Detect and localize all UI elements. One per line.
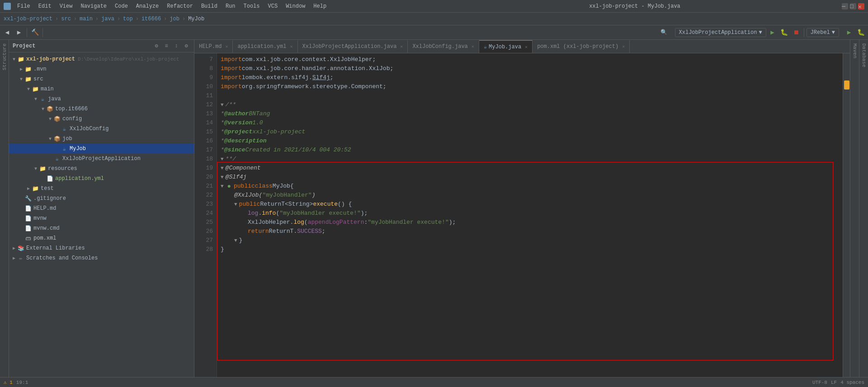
menu-navigate[interactable]: Navigate xyxy=(77,2,110,10)
tree-label-application-yml: application.yml xyxy=(55,175,104,182)
breadcrumb-java[interactable]: java xyxy=(101,16,114,22)
stop-button[interactable]: ⏹ xyxy=(791,27,802,38)
jrebel-debug-button[interactable]: 🐛 xyxy=(855,27,866,38)
breadcrumb-main[interactable]: main xyxy=(80,16,93,22)
menu-window[interactable]: Window xyxy=(282,2,309,10)
menu-build[interactable]: Build xyxy=(198,2,221,10)
code-editor[interactable]: 7 8 9 10 11 12 13 14 15 16 17 18 19 20 2… xyxy=(194,53,850,377)
fold-marker-20[interactable]: ▼ xyxy=(221,173,224,182)
tab-MyJob-close[interactable]: ✕ xyxy=(525,44,528,50)
tree-item-XxlJobProjectApplication[interactable]: ▶ ☕ XxlJobProjectApplication xyxy=(9,154,194,164)
tab-help[interactable]: HELP.md ✕ xyxy=(194,40,233,53)
tree-item-scratches[interactable]: ▶ ✏ Scratches and Consoles xyxy=(9,253,194,263)
fold-marker-27[interactable]: ▼ xyxy=(234,236,237,245)
breadcrumb-job[interactable]: job xyxy=(170,16,179,22)
tree-item-resources[interactable]: ▼ 📁 resources xyxy=(9,164,194,174)
tree-label-mvnw-cmd: mvnw.cmd xyxy=(33,225,60,231)
warning-count[interactable]: ⚠ 1 xyxy=(4,379,13,385)
tab-pom-close[interactable]: ✕ xyxy=(622,44,625,49)
menu-file[interactable]: File xyxy=(14,2,34,10)
tree-label-MyJob: MyJob xyxy=(70,146,86,152)
fold-marker-12[interactable]: ▼ xyxy=(221,100,224,109)
sidebar-sort-icon[interactable]: ↕ xyxy=(172,42,180,50)
search-everywhere-icon[interactable]: 🔍 xyxy=(659,27,670,38)
tree-item-mvnw-cmd[interactable]: ▶ 📄 mvnw.cmd xyxy=(9,223,194,233)
tree-item-src[interactable]: ▼ 📁 src xyxy=(9,74,194,84)
sidebar-collapse-icon[interactable]: ≡ xyxy=(162,42,170,50)
encoding-indicator[interactable]: UTF-8 xyxy=(812,380,827,385)
tree-path-project: D:\Develop\IdeaPro\xxl-job-project xyxy=(78,57,179,62)
tree-item-help[interactable]: ▶ 📄 HELP.md xyxy=(9,203,194,213)
sidebar-gear-icon[interactable]: ⚙ xyxy=(182,42,190,50)
run-config-selector[interactable]: XxlJobProjectApplication ▼ xyxy=(675,28,766,37)
close-button[interactable]: ✕ xyxy=(858,3,864,9)
menu-run[interactable]: Run xyxy=(222,2,239,10)
menu-vcs[interactable]: VCS xyxy=(264,2,282,10)
tree-item-gitignore[interactable]: ▶ 🔧 .gitignore xyxy=(9,194,194,203)
menu-edit[interactable]: Edit xyxy=(35,2,55,10)
line-num-20: 20 xyxy=(194,173,213,182)
fold-marker-23[interactable]: ▼ xyxy=(234,200,237,209)
menu-help[interactable]: Help xyxy=(310,2,330,10)
tree-item-project[interactable]: ▼ 📁 xxl-job-project D:\Develop\IdeaPro\x… xyxy=(9,54,194,64)
tree-item-java[interactable]: ▼ ☕ java xyxy=(9,94,194,104)
breadcrumb-top[interactable]: top xyxy=(123,16,133,22)
breadcrumb-it6666[interactable]: it6666 xyxy=(142,16,161,22)
tree-item-main[interactable]: ▼ 📁 main xyxy=(9,84,194,94)
fold-marker-21[interactable]: ▼ xyxy=(221,182,224,191)
code-line-19: ▼ @Component xyxy=(221,164,839,173)
debug-button[interactable]: 🐛 xyxy=(779,27,790,38)
jrebel-run-button[interactable]: ▶ xyxy=(844,27,854,38)
tab-XxlJobConfig[interactable]: XxlJobConfig.java ✕ xyxy=(408,40,479,53)
menu-code[interactable]: Code xyxy=(111,2,132,10)
tab-MyJob-icon: ☕ xyxy=(484,43,487,50)
line-ending-indicator[interactable]: LF xyxy=(831,380,837,385)
sidebar-settings-icon[interactable]: ⚙ xyxy=(152,42,160,50)
tab-XxlJobProjectApplication[interactable]: XxlJobProjectApplication.java ✕ xyxy=(298,40,408,53)
tab-XxlJobProjectApplication-close[interactable]: ✕ xyxy=(400,44,403,49)
database-label[interactable]: Database xyxy=(861,43,867,67)
menu-view[interactable]: View xyxy=(56,2,76,10)
tree-item-MyJob[interactable]: ▶ ☕ MyJob xyxy=(9,144,194,154)
tree-item-mvnw[interactable]: ▶ 📄 mvnw xyxy=(9,213,194,223)
tree-item-application-yml[interactable]: ▶ 📄 application.yml xyxy=(9,174,194,184)
tab-help-close[interactable]: ✕ xyxy=(225,44,228,49)
maximize-button[interactable]: □ xyxy=(850,3,856,9)
fold-marker-19[interactable]: ▼ xyxy=(221,164,224,173)
minimize-button[interactable]: ─ xyxy=(842,3,848,9)
tab-XxlJobConfig-close[interactable]: ✕ xyxy=(472,44,474,49)
tree-item-top[interactable]: ▼ 📦 top.it6666 xyxy=(9,104,194,114)
tree-item-external-libs[interactable]: ▶ 📚 External Libraries xyxy=(9,243,194,253)
line-col-indicator[interactable]: 19:1 xyxy=(16,380,28,385)
tree-item-job[interactable]: ▼ 📦 job xyxy=(9,134,194,144)
tree-item-XxlJobConfig[interactable]: ▶ ☕ XxlJobConfig xyxy=(9,124,194,134)
run-button[interactable]: ▶ xyxy=(767,27,778,38)
structure-label[interactable]: Structure xyxy=(2,43,7,70)
breadcrumb-project[interactable]: xxl-job-project xyxy=(4,16,52,22)
menu-tools[interactable]: Tools xyxy=(240,2,264,10)
menu-refactor[interactable]: Refactor xyxy=(163,2,197,10)
indent-indicator[interactable]: 4 spaces xyxy=(840,380,864,385)
breadcrumb-src[interactable]: src xyxy=(61,16,71,22)
tree-label-mvnw: mvnw xyxy=(33,215,47,222)
warning-indicator[interactable] xyxy=(844,80,849,90)
tab-application-close[interactable]: ✕ xyxy=(290,44,292,49)
tree-item-config[interactable]: ▼ 📦 config xyxy=(9,114,194,124)
tab-application[interactable]: application.yml ✕ xyxy=(233,40,297,53)
back-button[interactable]: ◀ xyxy=(2,27,13,38)
maven-label[interactable]: Maven xyxy=(852,43,858,58)
tree-item-pom[interactable]: ▶ 🗃 pom.xml xyxy=(9,233,194,243)
tab-MyJob[interactable]: ☕ MyJob.java ✕ xyxy=(479,40,533,53)
tab-pom[interactable]: pom.xml (xxl-job-project) ✕ xyxy=(533,40,630,53)
build-button[interactable]: 🔨 xyxy=(29,27,40,38)
tree-item-mvn[interactable]: ▶ 📁 .mvn xyxy=(9,64,194,74)
menu-analyze[interactable]: Analyze xyxy=(132,2,162,10)
jrebel-selector[interactable]: JRebel ▼ xyxy=(807,28,839,37)
forward-button[interactable]: ▶ xyxy=(14,27,24,38)
status-bar: ⚠ 1 19:1 UTF-8 LF 4 spaces xyxy=(0,377,868,387)
line-num-7: 7 xyxy=(194,55,213,64)
tree-item-test[interactable]: ▶ 📁 test xyxy=(9,184,194,194)
code-line-26: return ReturnT.SUCCESS; xyxy=(221,227,839,236)
code-content[interactable]: import com.xxl.job.core.context.XxlJobHe… xyxy=(217,53,843,377)
fold-marker-18[interactable]: ▼ xyxy=(221,155,224,164)
